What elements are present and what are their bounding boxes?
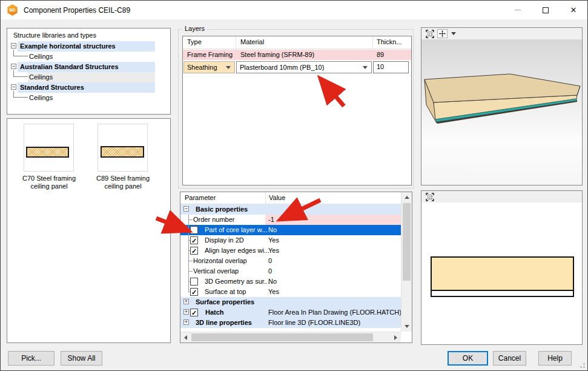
thumbnail-c70[interactable] [24,124,74,172]
tree-item[interactable]: Ceilings [7,72,170,82]
checkbox-checked[interactable]: ✓ [190,288,198,296]
tree-connector [188,287,189,292]
parameter-row[interactable]: +✓HatchFloor Area In Plan Drawing (FLOOR… [180,307,401,318]
parameters-header: Parameter Value [180,192,401,204]
pan-icon[interactable] [437,29,448,38]
expand-icon[interactable]: + [183,299,189,304]
tree-item[interactable]: −Example horizontal structures [7,41,170,52]
parameter-label: Hatch [205,309,224,316]
scroll-down-icon[interactable] [405,325,409,328]
tree-connector [13,50,28,56]
checkbox-unchecked[interactable] [190,278,198,286]
parameters-panel: Parameter Value −Basic propertiesOrder n… [180,192,412,343]
expand-icon[interactable]: + [183,309,189,315]
tree-item[interactable]: −Australian Standard Structures [7,62,170,72]
parameter-row[interactable]: Vertical overlap0 [180,266,401,276]
help-button[interactable]: Help [538,351,572,366]
sheathing-section-graphic [431,291,574,297]
close-button[interactable]: ✕ [560,1,587,19]
tree-header: Structure libraries and types [7,28,170,41]
parameter-row[interactable]: Horizontal overlap0 [180,256,401,266]
layer2-thickness-input[interactable]: 10 [373,61,409,73]
close-icon: ✕ [570,6,577,14]
parameter-label: 3D Geometry as sur... [205,278,269,285]
tree-connector [188,235,189,246]
parameter-row[interactable]: +3D line propertiesFloor line 3D (FLOOR.… [180,318,401,328]
layer-row-frame-framing[interactable]: Frame Framing Steel framing (SFRM-89) 89 [183,50,411,60]
layer1-thickness: 89 [377,51,384,58]
checkbox-checked[interactable]: ✓ [190,247,198,255]
parameter-row[interactable]: Part of core layer w...No [180,225,401,235]
checkbox-checked[interactable]: ✓ [190,309,198,316]
layer2-material-combobox[interactable]: Plasterboard 10mm (PB_10) [236,61,372,73]
parameter-row[interactable]: 3D Geometry as sur...No [180,276,401,287]
fit-extents-icon[interactable] [424,192,435,201]
horizontal-scroll-thumb[interactable] [191,333,373,341]
tree-connector [188,266,189,276]
scroll-up-icon[interactable] [405,196,409,199]
parameter-row[interactable]: ✓Align layer edges wi...Yes [180,246,401,256]
parameter-label: Order number [193,216,234,223]
layers-groupbox: Layers Type Material Thickn... Frame Fra… [178,29,414,189]
vertical-scroll-thumb[interactable] [403,203,411,281]
checkbox-unchecked[interactable] [190,226,198,234]
cancel-button[interactable]: Cancel [493,351,526,366]
tree-item-label: Standard Structures [18,82,155,93]
collapse-icon[interactable]: − [11,84,16,90]
parameter-value: Yes [265,287,401,297]
preview-3d-canvas[interactable] [421,39,582,185]
parameter-label: Display in 2D [205,236,244,244]
minimize-button[interactable] [504,1,532,19]
parameter-row[interactable]: ✓Surface at topYes [180,287,401,297]
parameter-rows: −Basic propertiesOrder number-1Part of c… [180,204,401,332]
collapse-icon[interactable]: − [11,64,16,69]
tree-item[interactable]: −Standard Structures [7,82,170,93]
parameter-label: Surface at top [205,288,246,295]
collapse-icon[interactable]: − [183,206,189,212]
parameter-value [265,297,401,307]
col-material: Material [240,38,264,45]
layer2-material-value: Plasterboard 10mm (PB_10) [237,64,363,71]
parameter-value: 0 [265,256,401,266]
parameter-label: Part of core layer w... [205,226,267,233]
scroll-right-icon[interactable] [394,335,397,340]
chevron-down-icon [363,66,368,69]
parameter-row[interactable]: +Surface properties [180,297,401,307]
expand-icon[interactable]: + [183,319,189,325]
pick-button[interactable]: Pick... [8,351,55,366]
tree-connector [188,276,189,287]
parameter-value: Yes [265,246,401,256]
fit-extents-icon[interactable] [424,29,435,38]
col-value: Value [269,194,285,201]
slab-3d-graphic [421,39,583,186]
preview-2d-canvas[interactable] [421,202,582,344]
parameter-row[interactable]: Order number-1 [180,215,401,225]
thumbnail-c89[interactable] [97,124,148,172]
parameter-value: No [265,276,401,287]
parameter-label: Surface properties [196,298,254,306]
tree-connector [13,91,28,98]
thumbnail-c89-label: C89 Steel framing ceiling panel [86,175,160,190]
resize-grip[interactable] [578,361,586,369]
layer2-type-combobox[interactable]: Sheathing [183,61,235,73]
collapse-icon[interactable]: − [11,43,16,48]
show-all-button[interactable]: Show All [61,351,102,366]
tree-item[interactable]: Ceilings [7,93,170,103]
checkbox-checked[interactable]: ✓ [190,236,198,244]
maximize-button[interactable] [532,1,560,19]
dropdown-caret-icon[interactable] [451,32,456,35]
vertical-scrollbar[interactable] [401,192,412,332]
parameter-value: -1 [265,215,401,225]
ok-button[interactable]: OK [448,351,488,366]
tree-item[interactable]: Ceilings [7,52,170,62]
horizontal-scrollbar[interactable] [180,332,401,343]
layers-group-label: Layers [182,25,207,32]
parameter-row[interactable]: ✓Display in 2DYes [180,235,401,246]
minimize-icon [515,10,521,10]
structure-tree-panel: Structure libraries and types −Example h… [7,28,171,115]
chevron-down-icon [226,66,231,69]
scroll-left-icon[interactable] [184,335,187,340]
layer-section-graphic [431,256,574,291]
parameter-label: Horizontal overlap [193,257,247,264]
parameter-row[interactable]: −Basic properties [180,204,401,215]
